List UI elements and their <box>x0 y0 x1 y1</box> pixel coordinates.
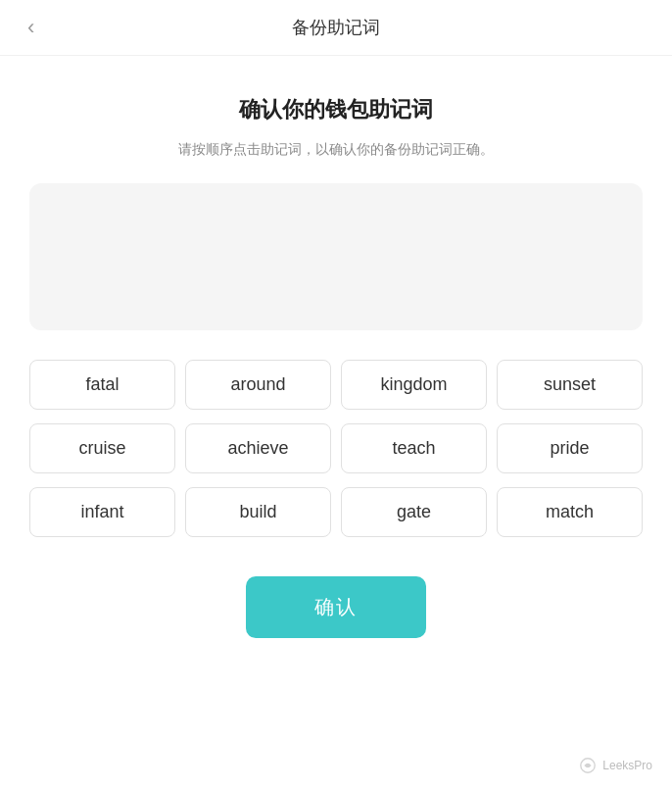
word-button-infant[interactable]: infant <box>29 487 175 537</box>
back-button[interactable]: ‹ <box>20 11 42 44</box>
word-button-gate[interactable]: gate <box>341 487 487 537</box>
brand-icon <box>579 757 597 774</box>
header-title: 备份助记词 <box>292 16 380 39</box>
confirm-button-wrap: 确认 <box>29 576 643 638</box>
word-grid: fatalaroundkingdomsunsetcruiseachievetea… <box>29 360 643 537</box>
header: ‹ 备份助记词 <box>0 0 672 56</box>
word-button-kingdom[interactable]: kingdom <box>341 360 487 410</box>
word-button-teach[interactable]: teach <box>341 423 487 473</box>
word-button-achieve[interactable]: achieve <box>185 423 331 473</box>
main-content: 确认你的钱包助记词 请按顺序点击助记词，以确认你的备份助记词正确。 fatala… <box>0 56 672 658</box>
confirm-button[interactable]: 确认 <box>246 576 426 638</box>
page-title: 确认你的钱包助记词 <box>29 95 643 124</box>
brand-label: LeeksPro <box>602 759 652 772</box>
word-button-pride[interactable]: pride <box>497 423 643 473</box>
footer-brand: LeeksPro <box>579 757 652 774</box>
word-display-area <box>29 183 643 330</box>
word-button-sunset[interactable]: sunset <box>497 360 643 410</box>
word-button-fatal[interactable]: fatal <box>29 360 175 410</box>
page-subtitle: 请按顺序点击助记词，以确认你的备份助记词正确。 <box>29 138 643 160</box>
word-button-build[interactable]: build <box>185 487 331 537</box>
word-button-around[interactable]: around <box>185 360 331 410</box>
word-button-match[interactable]: match <box>497 487 643 537</box>
word-button-cruise[interactable]: cruise <box>29 423 175 473</box>
